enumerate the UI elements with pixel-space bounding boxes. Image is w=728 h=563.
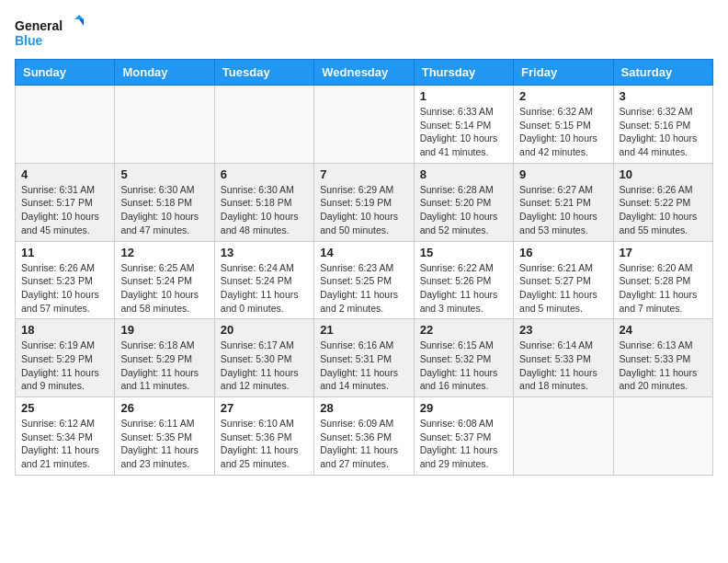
calendar-cell: 3Sunrise: 6:32 AMSunset: 5:16 PMDaylight… <box>613 86 712 164</box>
calendar-week-row: 25Sunrise: 6:12 AMSunset: 5:34 PMDayligh… <box>16 397 713 476</box>
header-tuesday: Tuesday <box>214 60 313 86</box>
svg-marker-3 <box>79 19 84 26</box>
day-number: 5 <box>120 167 208 181</box>
day-info: Sunrise: 6:14 AMSunset: 5:33 PMDaylight:… <box>519 339 607 393</box>
day-number: 1 <box>420 89 507 103</box>
day-number: 3 <box>620 89 707 103</box>
calendar-cell <box>115 86 214 164</box>
header-saturday: Saturday <box>613 60 712 86</box>
day-info: Sunrise: 6:28 AMSunset: 5:20 PMDaylight:… <box>420 183 507 237</box>
calendar-cell: 11Sunrise: 6:26 AMSunset: 5:23 PMDayligh… <box>16 241 115 319</box>
calendar-cell <box>16 86 115 164</box>
day-number: 11 <box>21 246 108 259</box>
calendar-cell: 6Sunrise: 6:30 AMSunset: 5:18 PMDaylight… <box>214 163 313 241</box>
day-number: 8 <box>420 167 507 181</box>
day-number: 2 <box>519 89 607 103</box>
day-info: Sunrise: 6:22 AMSunset: 5:26 PMDaylight:… <box>420 261 507 316</box>
calendar-cell: 13Sunrise: 6:24 AMSunset: 5:24 PMDayligh… <box>214 241 313 319</box>
day-number: 12 <box>120 246 208 259</box>
calendar-cell: 27Sunrise: 6:10 AMSunset: 5:36 PMDayligh… <box>214 397 313 476</box>
day-info: Sunrise: 6:09 AMSunset: 5:36 PMDaylight:… <box>320 417 407 471</box>
day-info: Sunrise: 6:32 AMSunset: 5:15 PMDaylight:… <box>519 105 607 159</box>
day-number: 4 <box>21 167 108 181</box>
header-friday: Friday <box>514 60 613 86</box>
day-number: 27 <box>221 401 308 415</box>
calendar-cell: 19Sunrise: 6:18 AMSunset: 5:29 PMDayligh… <box>115 319 214 397</box>
day-number: 15 <box>420 246 507 259</box>
day-info: Sunrise: 6:33 AMSunset: 5:14 PMDaylight:… <box>420 105 507 159</box>
svg-text:General: General <box>15 18 63 33</box>
day-info: Sunrise: 6:26 AMSunset: 5:23 PMDaylight:… <box>21 261 108 316</box>
calendar-cell <box>613 397 712 476</box>
day-number: 28 <box>320 401 407 415</box>
calendar-cell: 7Sunrise: 6:29 AMSunset: 5:19 PMDaylight… <box>314 163 414 241</box>
calendar-cell: 5Sunrise: 6:30 AMSunset: 5:18 PMDaylight… <box>115 163 214 241</box>
day-info: Sunrise: 6:29 AMSunset: 5:19 PMDaylight:… <box>320 183 407 237</box>
calendar-cell: 22Sunrise: 6:15 AMSunset: 5:32 PMDayligh… <box>414 319 513 397</box>
day-number: 23 <box>519 323 607 337</box>
calendar-week-row: 1Sunrise: 6:33 AMSunset: 5:14 PMDaylight… <box>16 86 713 164</box>
day-number: 10 <box>620 167 707 181</box>
day-number: 6 <box>221 167 308 181</box>
calendar-table: SundayMondayTuesdayWednesdayThursdayFrid… <box>15 59 713 476</box>
day-info: Sunrise: 6:25 AMSunset: 5:24 PMDaylight:… <box>120 261 208 316</box>
header-wednesday: Wednesday <box>314 60 414 86</box>
day-number: 20 <box>221 323 308 337</box>
calendar-cell: 9Sunrise: 6:27 AMSunset: 5:21 PMDaylight… <box>514 163 613 241</box>
calendar-cell: 10Sunrise: 6:26 AMSunset: 5:22 PMDayligh… <box>613 163 712 241</box>
day-info: Sunrise: 6:23 AMSunset: 5:25 PMDaylight:… <box>320 261 407 316</box>
day-info: Sunrise: 6:15 AMSunset: 5:32 PMDaylight:… <box>420 339 507 393</box>
day-number: 25 <box>21 401 108 415</box>
day-info: Sunrise: 6:08 AMSunset: 5:37 PMDaylight:… <box>420 417 507 471</box>
calendar-cell <box>214 86 313 164</box>
calendar-cell: 16Sunrise: 6:21 AMSunset: 5:27 PMDayligh… <box>514 241 613 319</box>
day-info: Sunrise: 6:11 AMSunset: 5:35 PMDaylight:… <box>120 417 208 471</box>
calendar-week-row: 11Sunrise: 6:26 AMSunset: 5:23 PMDayligh… <box>16 241 713 319</box>
header-monday: Monday <box>115 60 214 86</box>
day-info: Sunrise: 6:31 AMSunset: 5:17 PMDaylight:… <box>21 183 108 237</box>
day-number: 18 <box>21 323 108 337</box>
day-info: Sunrise: 6:20 AMSunset: 5:28 PMDaylight:… <box>620 261 707 316</box>
logo: General Blue <box>15 15 88 52</box>
day-number: 19 <box>120 323 208 337</box>
day-info: Sunrise: 6:16 AMSunset: 5:31 PMDaylight:… <box>320 339 407 393</box>
calendar-cell: 18Sunrise: 6:19 AMSunset: 5:29 PMDayligh… <box>16 319 115 397</box>
day-info: Sunrise: 6:30 AMSunset: 5:18 PMDaylight:… <box>221 183 308 237</box>
calendar-cell: 25Sunrise: 6:12 AMSunset: 5:34 PMDayligh… <box>16 397 115 476</box>
day-info: Sunrise: 6:24 AMSunset: 5:24 PMDaylight:… <box>221 261 308 316</box>
calendar-cell <box>514 397 613 476</box>
calendar-cell: 8Sunrise: 6:28 AMSunset: 5:20 PMDaylight… <box>414 163 513 241</box>
day-info: Sunrise: 6:21 AMSunset: 5:27 PMDaylight:… <box>519 261 607 316</box>
day-info: Sunrise: 6:27 AMSunset: 5:21 PMDaylight:… <box>519 183 607 237</box>
day-number: 26 <box>120 401 208 415</box>
day-info: Sunrise: 6:30 AMSunset: 5:18 PMDaylight:… <box>120 183 208 237</box>
day-info: Sunrise: 6:10 AMSunset: 5:36 PMDaylight:… <box>221 417 308 471</box>
calendar-cell: 20Sunrise: 6:17 AMSunset: 5:30 PMDayligh… <box>214 319 313 397</box>
logo-icon: General Blue <box>15 15 88 52</box>
day-number: 7 <box>320 167 407 181</box>
day-info: Sunrise: 6:19 AMSunset: 5:29 PMDaylight:… <box>21 339 108 393</box>
calendar-cell: 14Sunrise: 6:23 AMSunset: 5:25 PMDayligh… <box>314 241 414 319</box>
header-thursday: Thursday <box>414 60 513 86</box>
svg-text:Blue: Blue <box>15 33 43 48</box>
calendar-cell: 12Sunrise: 6:25 AMSunset: 5:24 PMDayligh… <box>115 241 214 319</box>
day-number: 9 <box>519 167 607 181</box>
day-number: 29 <box>420 401 507 415</box>
calendar-cell: 1Sunrise: 6:33 AMSunset: 5:14 PMDaylight… <box>414 86 513 164</box>
calendar-cell <box>314 86 414 164</box>
calendar-cell: 28Sunrise: 6:09 AMSunset: 5:36 PMDayligh… <box>314 397 414 476</box>
day-info: Sunrise: 6:18 AMSunset: 5:29 PMDaylight:… <box>120 339 208 393</box>
day-info: Sunrise: 6:12 AMSunset: 5:34 PMDaylight:… <box>21 417 108 471</box>
calendar-week-row: 18Sunrise: 6:19 AMSunset: 5:29 PMDayligh… <box>16 319 713 397</box>
day-number: 22 <box>420 323 507 337</box>
svg-marker-2 <box>74 15 84 19</box>
calendar-cell: 4Sunrise: 6:31 AMSunset: 5:17 PMDaylight… <box>16 163 115 241</box>
day-info: Sunrise: 6:17 AMSunset: 5:30 PMDaylight:… <box>221 339 308 393</box>
calendar-cell: 21Sunrise: 6:16 AMSunset: 5:31 PMDayligh… <box>314 319 414 397</box>
calendar-header-row: SundayMondayTuesdayWednesdayThursdayFrid… <box>16 60 713 86</box>
calendar-cell: 15Sunrise: 6:22 AMSunset: 5:26 PMDayligh… <box>414 241 513 319</box>
calendar-week-row: 4Sunrise: 6:31 AMSunset: 5:17 PMDaylight… <box>16 163 713 241</box>
calendar-cell: 17Sunrise: 6:20 AMSunset: 5:28 PMDayligh… <box>613 241 712 319</box>
day-info: Sunrise: 6:26 AMSunset: 5:22 PMDaylight:… <box>620 183 707 237</box>
day-number: 16 <box>519 246 607 259</box>
